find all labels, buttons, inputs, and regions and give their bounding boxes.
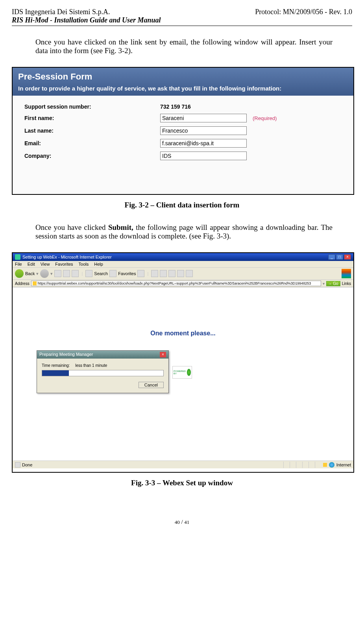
figure-3-3: Setting up WebEx - Microsoft Internet Ex… — [12, 252, 354, 473]
paragraph-1: Once you have clicked on the link sent b… — [35, 38, 333, 55]
menu-favorites[interactable]: Favorites — [55, 262, 73, 266]
windows-logo-icon — [342, 269, 351, 278]
time-remaining-label: Time remaining: — [42, 363, 70, 368]
dialog-close-button[interactable]: × — [160, 352, 166, 357]
search-icon[interactable] — [85, 270, 92, 277]
dialog-footer: Cancel — [37, 379, 168, 393]
figure-3-2-caption: Fig. 3-2 – Client data insertion form — [12, 201, 352, 209]
dialog-body: Time remaining: less than 1 minute — [37, 359, 168, 379]
ie-address-bar: Address https://supporttrial.webex.com/s… — [13, 280, 353, 287]
progress-fill — [42, 370, 69, 376]
paragraph-2-submit: Submit, — [108, 223, 133, 231]
first-name-input[interactable] — [160, 114, 247, 122]
company-input[interactable] — [160, 152, 247, 160]
header-divider — [12, 26, 352, 26]
progress-bar — [42, 370, 164, 376]
ie-content: One moment please... Preparing Meeting M… — [13, 287, 353, 461]
status-done: Done — [22, 462, 32, 467]
last-name-label: Last name: — [24, 128, 160, 134]
row-first-name: First name: (Required) — [24, 114, 342, 122]
cancel-button[interactable]: Cancel — [139, 382, 164, 388]
go-button[interactable]: → Go — [326, 281, 340, 286]
internet-zone-icon — [329, 462, 334, 468]
forward-button-icon[interactable] — [40, 269, 49, 278]
email-input[interactable] — [160, 139, 247, 148]
header-subtitle: RIS Hi-Mod - Installation Guide and User… — [12, 16, 352, 24]
time-remaining-value: less than 1 minute — [75, 363, 107, 368]
powered-by-badge: POWERED BY — [172, 366, 192, 379]
status-lock-icon — [323, 463, 327, 467]
figure-3-3-caption: Fig. 3-3 – Webex Set up window — [12, 479, 352, 487]
favorites-label[interactable]: Favorites — [118, 271, 136, 276]
form-header-title: Pre-Session Form — [18, 72, 348, 82]
powered-by-text: POWERED BY — [174, 370, 186, 375]
company-label: Company: — [24, 153, 160, 159]
required-label: (Required) — [253, 115, 277, 121]
back-button-icon[interactable] — [15, 269, 24, 278]
address-input[interactable]: https://supporttrial.webex.com/supporttr… — [31, 281, 321, 286]
page-footer: 40 / 41 — [12, 519, 352, 525]
session-number-value: 732 159 716 — [160, 104, 191, 110]
row-last-name: Last name: — [24, 126, 342, 135]
row-company: Company: — [24, 152, 342, 160]
extra-icon-2[interactable] — [186, 270, 193, 277]
header-protocol: Protocol: MN/2009/056 - Rev. 1.0 — [255, 8, 352, 16]
status-zone: Internet — [336, 462, 351, 467]
ie-app-icon — [15, 254, 20, 260]
maximize-button[interactable]: □ — [336, 254, 343, 260]
favorites-icon[interactable] — [109, 270, 116, 277]
extra-icon-1[interactable] — [177, 270, 184, 277]
lock-icon — [33, 281, 37, 285]
ie-status-bar: Done Internet — [13, 461, 353, 468]
preparing-dialog: Preparing Meeting Manager × Time remaini… — [37, 350, 169, 393]
back-button-label[interactable]: Back — [25, 271, 35, 276]
search-label[interactable]: Search — [94, 271, 108, 276]
stop-icon[interactable] — [54, 270, 61, 277]
links-label[interactable]: Links — [342, 281, 351, 286]
window-buttons: _ □ × — [328, 254, 351, 260]
menu-file[interactable]: File — [15, 262, 22, 266]
header-company: IDS Ingegneria Dei Sistemi S.p.A. — [12, 8, 110, 16]
menu-edit[interactable]: Edit — [28, 262, 35, 266]
first-name-label: First name: — [24, 115, 160, 121]
address-url: https://supporttrial.webex.com/supporttr… — [38, 281, 311, 285]
globe-icon — [187, 369, 191, 376]
mail-icon[interactable] — [151, 270, 158, 277]
home-icon[interactable] — [72, 270, 79, 277]
form-header: Pre-Session Form In order to provide a h… — [13, 68, 353, 96]
ie-toolbar: Back ▾ ▾ | Search Favorites | — [13, 268, 353, 280]
last-name-input[interactable] — [160, 126, 247, 135]
print-icon[interactable] — [160, 270, 167, 277]
menu-view[interactable]: View — [41, 262, 50, 266]
figure-3-2: Pre-Session Form In order to provide a h… — [12, 67, 354, 195]
row-session-number: Support session number: 732 159 716 — [24, 104, 342, 110]
refresh-icon[interactable] — [63, 270, 70, 277]
address-label: Address — [15, 281, 30, 286]
one-moment-text: One moment please... — [13, 330, 353, 337]
email-label: Email: — [24, 140, 160, 146]
dialog-title-text: Preparing Meeting Manager — [39, 352, 93, 357]
page-header: IDS Ingegneria Dei Sistemi S.p.A. Protoc… — [12, 8, 352, 16]
menu-tools[interactable]: Tools — [79, 262, 89, 266]
paragraph-2-a: Once you have clicked — [35, 223, 108, 231]
menu-help[interactable]: Help — [94, 262, 103, 266]
dialog-titlebar: Preparing Meeting Manager × — [37, 351, 168, 359]
ie-menubar: File Edit View Favorites Tools Help — [13, 261, 353, 268]
form-body: Support session number: 732 159 716 Firs… — [13, 96, 353, 172]
ie-title: Setting up WebEx - Microsoft Internet Ex… — [22, 255, 112, 259]
form-header-sub: In order to provide a higher quality of … — [18, 85, 348, 92]
status-panes — [283, 462, 321, 468]
close-button[interactable]: × — [344, 254, 351, 260]
minimize-button[interactable]: _ — [328, 254, 335, 260]
paragraph-2: Once you have clicked Submit, the follow… — [35, 223, 333, 240]
edit-icon[interactable] — [168, 270, 176, 277]
history-icon[interactable] — [137, 270, 144, 277]
session-number-label: Support session number: — [24, 104, 160, 110]
row-email: Email: — [24, 139, 342, 148]
done-icon — [15, 462, 20, 468]
ie-titlebar: Setting up WebEx - Microsoft Internet Ex… — [13, 253, 353, 261]
